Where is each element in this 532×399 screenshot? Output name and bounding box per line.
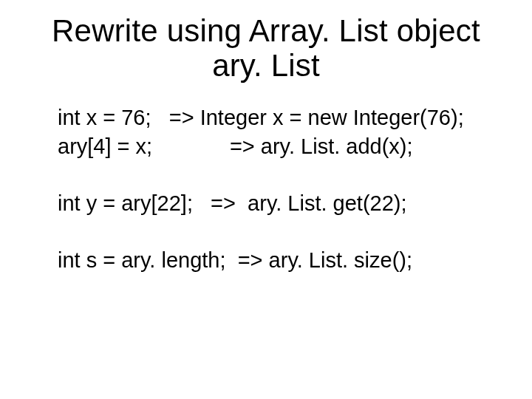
blank-line <box>58 161 495 189</box>
slide: Rewrite using Array. List object ary. Li… <box>0 0 532 399</box>
title-line-2: ary. List <box>212 48 320 83</box>
blank-line <box>58 218 495 246</box>
slide-title: Rewrite using Array. List object ary. Li… <box>37 13 495 83</box>
code-line-4: int s = ary. length; => ary. List. size(… <box>58 246 495 275</box>
code-line-1: int x = 76; => Integer x = new Integer(7… <box>58 103 495 132</box>
code-line-3: int y = ary[22]; => ary. List. get(22); <box>58 189 495 218</box>
title-line-1: Rewrite using Array. List object <box>52 13 480 48</box>
slide-body: int x = 76; => Integer x = new Integer(7… <box>37 103 495 276</box>
code-line-2: ary[4] = x; => ary. List. add(x); <box>58 132 495 161</box>
